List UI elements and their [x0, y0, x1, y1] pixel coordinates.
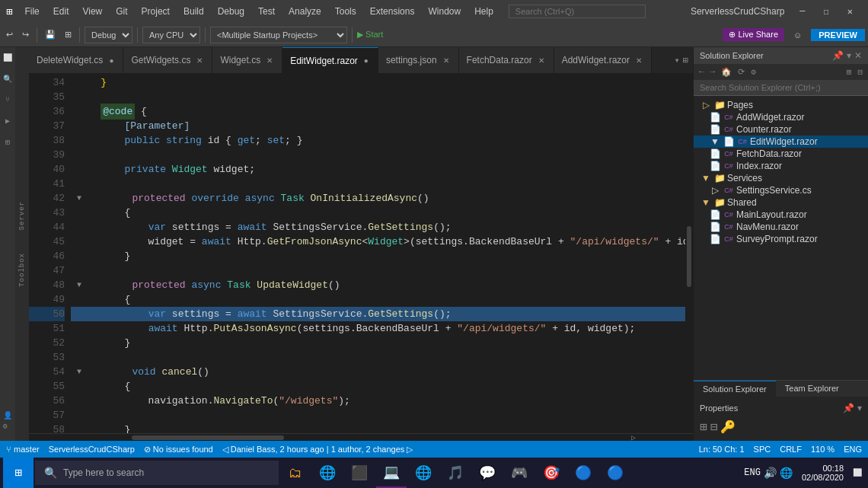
tree-item-editwidget[interactable]: ▼ 📄 C# EditWidget.razor — [694, 136, 868, 148]
se-tab-solution-explorer[interactable]: Solution Explorer — [694, 381, 776, 397]
tab-close-addwidget[interactable]: ✕ — [634, 56, 643, 65]
tree-item-mainlayout[interactable]: 📄 C# MainLayout.razor — [694, 209, 868, 221]
start-button[interactable]: ⊞ — [3, 458, 34, 488]
tree-item-addwidget[interactable]: 📄 C# AddWidget.razor — [694, 111, 868, 123]
tab-close-settings[interactable]: ✕ — [442, 56, 451, 65]
menu-view[interactable]: View — [76, 5, 108, 18]
props-chevron-btn[interactable]: ▾ — [857, 403, 862, 413]
search-icon[interactable]: 🔍 — [0, 72, 15, 87]
menu-extensions[interactable]: Extensions — [364, 5, 421, 18]
tree-item-surveyprompt[interactable]: 📄 C# SurveyPrompt.razor — [694, 233, 868, 245]
menu-file[interactable]: File — [18, 5, 45, 18]
startup-project-dropdown[interactable]: <Multiple Startup Projects> — [210, 27, 347, 43]
se-fwd-btn[interactable]: → — [708, 65, 718, 78]
toolbar-saveall[interactable]: ⊞ — [62, 28, 75, 41]
props-pin-btn[interactable]: 📌 — [843, 403, 854, 413]
props-properties-btn[interactable]: 🔑 — [720, 419, 736, 435]
tab-close-fetchdata[interactable]: ✕ — [537, 56, 546, 65]
toolbar-undo[interactable]: ↩ — [3, 28, 16, 41]
taskbar-chrome[interactable]: 🌐 — [312, 458, 343, 488]
close-btn[interactable]: ✕ — [838, 6, 862, 18]
se-tab-team-explorer[interactable]: Team Explorer — [776, 381, 848, 397]
taskbar-search[interactable]: 🔍 Type here to search — [35, 461, 279, 485]
taskbar-icon-9[interactable]: 🎯 — [536, 458, 566, 488]
tab-deletewidget[interactable]: DeleteWidget.cs ● — [29, 47, 123, 74]
language[interactable]: ENG — [844, 445, 862, 454]
preview-button[interactable]: PREVIEW — [811, 29, 865, 41]
minimize-btn[interactable]: — — [790, 6, 814, 18]
taskbar-icon-11[interactable]: 🔵 — [600, 458, 630, 488]
se-home-btn[interactable]: 🏠 — [719, 65, 734, 78]
tab-fetchdata[interactable]: FetchData.razor ✕ — [459, 47, 554, 74]
feedback-btn[interactable]: ☺ — [790, 29, 805, 41]
se-settings-btn[interactable]: ⚙ — [748, 65, 758, 78]
se-close-btn[interactable]: ✕ — [854, 50, 862, 61]
taskbar-visual-studio[interactable]: 💻 — [376, 458, 407, 488]
props-az-btn[interactable]: ⊟ — [710, 419, 718, 435]
live-share-button[interactable]: ⊕ Live Share — [723, 28, 784, 41]
tree-item-navmenu[interactable]: 📄 C# NavMenu.razor — [694, 221, 868, 233]
tree-item-services[interactable]: ▼ 📁 Services — [694, 172, 868, 184]
run-button[interactable]: ▶ Start — [357, 30, 383, 40]
tab-getwidgets[interactable]: GetWidgets.cs ✕ — [123, 47, 212, 74]
se-refresh-btn[interactable]: ⟳ — [736, 65, 747, 78]
taskbar-file-explorer[interactable]: 🗂 — [280, 458, 311, 488]
git-branch[interactable]: ⑂ master — [6, 445, 40, 454]
toolbar-save[interactable]: 💾 — [42, 28, 59, 41]
menu-analyze[interactable]: Analyze — [282, 5, 327, 18]
fold-btn-48[interactable]: ▼ — [77, 278, 81, 292]
split-editor-btn[interactable]: ⊞ — [683, 55, 688, 66]
horizontal-scrollbar[interactable]: ▷ — [29, 433, 693, 441]
taskbar-edge[interactable]: 🌐 — [408, 458, 439, 488]
tab-addwidget[interactable]: AddWidget.razor ✕ — [554, 47, 652, 74]
se-pin-btn[interactable]: 📌 — [832, 50, 844, 61]
menu-debug[interactable]: Debug — [212, 5, 251, 18]
ln-col[interactable]: Ln: 50 Ch: 1 — [699, 445, 745, 454]
vertical-scrollbar[interactable] — [685, 74, 693, 433]
menu-edit[interactable]: Edit — [47, 5, 75, 18]
menu-test[interactable]: Test — [252, 5, 281, 18]
tab-settings[interactable]: settings.json ✕ — [378, 47, 459, 74]
tree-item-pages[interactable]: ▷ 📁 Pages — [694, 99, 868, 111]
props-categories-btn[interactable]: ⊞ — [700, 419, 707, 435]
menu-project[interactable]: Project — [136, 5, 176, 18]
taskbar-terminal[interactable]: ⬛ — [344, 458, 375, 488]
tree-item-settingsservice[interactable]: ▷ C# SettingsService.cs — [694, 184, 868, 196]
menu-tools[interactable]: Tools — [329, 5, 362, 18]
explorer-icon[interactable]: ⬜ — [0, 50, 15, 65]
menu-window[interactable]: Window — [422, 5, 467, 18]
tree-item-index[interactable]: 📄 C# Index.razor — [694, 160, 868, 172]
platform-dropdown[interactable]: Any CPU — [142, 27, 200, 43]
menu-help[interactable]: Help — [468, 5, 499, 18]
taskbar-language[interactable]: ENG — [744, 467, 761, 478]
taskbar-volume-icon[interactable]: 🔊 — [764, 467, 777, 480]
se-collapse-btn[interactable]: ⊟ — [855, 65, 865, 78]
tabs-overflow-btn[interactable]: ▾ — [675, 55, 680, 66]
tab-close-deletewidget[interactable]: ● — [107, 56, 115, 65]
code-area[interactable]: } @code { [Parameter] public string id {… — [71, 74, 685, 433]
tab-widget[interactable]: Widget.cs ✕ — [212, 47, 282, 74]
tab-close-widget[interactable]: ✕ — [265, 56, 274, 65]
taskbar-teams[interactable]: 💬 — [472, 458, 503, 488]
menu-build[interactable]: Build — [177, 5, 210, 18]
scroll-thumb[interactable] — [687, 226, 691, 287]
tab-editwidget[interactable]: EditWidget.razor ● — [282, 47, 378, 74]
spaces[interactable]: SPC — [754, 445, 771, 454]
settings-icon[interactable]: ⚙ — [0, 419, 11, 434]
tree-item-shared[interactable]: ▼ 📁 Shared — [694, 196, 868, 209]
zoom[interactable]: 110 % — [811, 445, 834, 454]
show-desktop-btn[interactable]: ⬜ — [853, 468, 862, 477]
fold-btn-54[interactable]: ▼ — [77, 365, 81, 379]
fold-btn-42[interactable]: ▼ — [77, 191, 81, 206]
se-filter-btn[interactable]: ⊞ — [844, 65, 854, 78]
horizontal-scroll-thumb[interactable] — [132, 435, 284, 440]
issues-status[interactable]: ⊘ No issues found — [144, 445, 213, 455]
server-name[interactable]: ServerlessCrudCSharp — [49, 445, 135, 454]
extensions-icon[interactable]: ⊞ — [2, 135, 13, 150]
se-chevron-btn[interactable]: ▾ — [847, 50, 851, 61]
title-bar-search[interactable] — [509, 5, 646, 18]
tree-item-fetchdata[interactable]: 📄 C# FetchData.razor — [694, 148, 868, 160]
maximize-btn[interactable]: ☐ — [815, 6, 838, 18]
tab-close-editwidget[interactable]: ● — [362, 56, 370, 65]
taskbar-icon-10[interactable]: 🔵 — [568, 458, 598, 488]
